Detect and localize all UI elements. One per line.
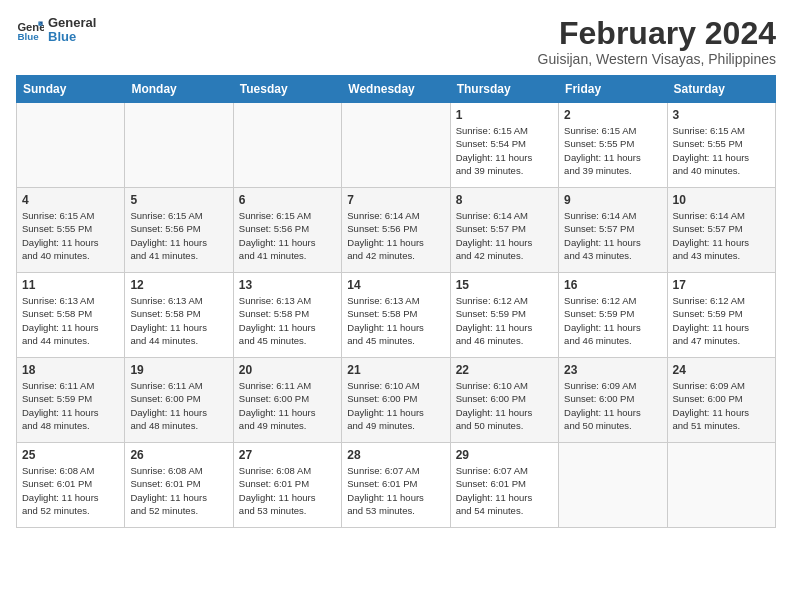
day-number: 6 <box>239 193 336 207</box>
calendar-cell: 15Sunrise: 6:12 AM Sunset: 5:59 PM Dayli… <box>450 273 558 358</box>
day-number: 2 <box>564 108 661 122</box>
logo: General Blue General Blue <box>16 16 96 45</box>
calendar-cell: 17Sunrise: 6:12 AM Sunset: 5:59 PM Dayli… <box>667 273 775 358</box>
calendar-week-row: 11Sunrise: 6:13 AM Sunset: 5:58 PM Dayli… <box>17 273 776 358</box>
day-number: 1 <box>456 108 553 122</box>
calendar-cell: 27Sunrise: 6:08 AM Sunset: 6:01 PM Dayli… <box>233 443 341 528</box>
calendar-cell: 2Sunrise: 6:15 AM Sunset: 5:55 PM Daylig… <box>559 103 667 188</box>
day-info: Sunrise: 6:13 AM Sunset: 5:58 PM Dayligh… <box>347 294 444 347</box>
day-number: 25 <box>22 448 119 462</box>
page-header: General Blue General Blue February 2024 … <box>16 16 776 67</box>
day-info: Sunrise: 6:15 AM Sunset: 5:55 PM Dayligh… <box>673 124 770 177</box>
day-info: Sunrise: 6:12 AM Sunset: 5:59 PM Dayligh… <box>456 294 553 347</box>
calendar-cell: 26Sunrise: 6:08 AM Sunset: 6:01 PM Dayli… <box>125 443 233 528</box>
day-number: 11 <box>22 278 119 292</box>
day-info: Sunrise: 6:13 AM Sunset: 5:58 PM Dayligh… <box>130 294 227 347</box>
day-info: Sunrise: 6:14 AM Sunset: 5:57 PM Dayligh… <box>564 209 661 262</box>
calendar-cell: 8Sunrise: 6:14 AM Sunset: 5:57 PM Daylig… <box>450 188 558 273</box>
day-number: 12 <box>130 278 227 292</box>
day-info: Sunrise: 6:12 AM Sunset: 5:59 PM Dayligh… <box>673 294 770 347</box>
calendar-header-row: SundayMondayTuesdayWednesdayThursdayFrid… <box>17 76 776 103</box>
day-number: 13 <box>239 278 336 292</box>
svg-text:Blue: Blue <box>17 31 39 42</box>
page-subtitle: Guisijan, Western Visayas, Philippines <box>538 51 776 67</box>
day-info: Sunrise: 6:14 AM Sunset: 5:57 PM Dayligh… <box>456 209 553 262</box>
day-info: Sunrise: 6:11 AM Sunset: 6:00 PM Dayligh… <box>239 379 336 432</box>
day-header-sunday: Sunday <box>17 76 125 103</box>
calendar-cell: 19Sunrise: 6:11 AM Sunset: 6:00 PM Dayli… <box>125 358 233 443</box>
day-number: 8 <box>456 193 553 207</box>
calendar-cell: 11Sunrise: 6:13 AM Sunset: 5:58 PM Dayli… <box>17 273 125 358</box>
day-info: Sunrise: 6:13 AM Sunset: 5:58 PM Dayligh… <box>22 294 119 347</box>
calendar-cell: 29Sunrise: 6:07 AM Sunset: 6:01 PM Dayli… <box>450 443 558 528</box>
calendar-week-row: 4Sunrise: 6:15 AM Sunset: 5:55 PM Daylig… <box>17 188 776 273</box>
calendar-table: SundayMondayTuesdayWednesdayThursdayFrid… <box>16 75 776 528</box>
calendar-cell: 6Sunrise: 6:15 AM Sunset: 5:56 PM Daylig… <box>233 188 341 273</box>
day-number: 27 <box>239 448 336 462</box>
day-info: Sunrise: 6:08 AM Sunset: 6:01 PM Dayligh… <box>130 464 227 517</box>
day-number: 22 <box>456 363 553 377</box>
calendar-cell: 24Sunrise: 6:09 AM Sunset: 6:00 PM Dayli… <box>667 358 775 443</box>
calendar-cell: 14Sunrise: 6:13 AM Sunset: 5:58 PM Dayli… <box>342 273 450 358</box>
calendar-cell: 21Sunrise: 6:10 AM Sunset: 6:00 PM Dayli… <box>342 358 450 443</box>
calendar-cell: 16Sunrise: 6:12 AM Sunset: 5:59 PM Dayli… <box>559 273 667 358</box>
day-info: Sunrise: 6:09 AM Sunset: 6:00 PM Dayligh… <box>564 379 661 432</box>
day-number: 29 <box>456 448 553 462</box>
calendar-cell: 7Sunrise: 6:14 AM Sunset: 5:56 PM Daylig… <box>342 188 450 273</box>
calendar-cell <box>17 103 125 188</box>
day-info: Sunrise: 6:07 AM Sunset: 6:01 PM Dayligh… <box>456 464 553 517</box>
day-number: 17 <box>673 278 770 292</box>
day-number: 7 <box>347 193 444 207</box>
calendar-cell: 18Sunrise: 6:11 AM Sunset: 5:59 PM Dayli… <box>17 358 125 443</box>
day-number: 18 <box>22 363 119 377</box>
day-info: Sunrise: 6:11 AM Sunset: 5:59 PM Dayligh… <box>22 379 119 432</box>
day-info: Sunrise: 6:14 AM Sunset: 5:57 PM Dayligh… <box>673 209 770 262</box>
calendar-cell: 12Sunrise: 6:13 AM Sunset: 5:58 PM Dayli… <box>125 273 233 358</box>
day-number: 10 <box>673 193 770 207</box>
day-number: 3 <box>673 108 770 122</box>
calendar-cell <box>233 103 341 188</box>
day-info: Sunrise: 6:11 AM Sunset: 6:00 PM Dayligh… <box>130 379 227 432</box>
calendar-body: 1Sunrise: 6:15 AM Sunset: 5:54 PM Daylig… <box>17 103 776 528</box>
day-info: Sunrise: 6:07 AM Sunset: 6:01 PM Dayligh… <box>347 464 444 517</box>
day-number: 23 <box>564 363 661 377</box>
day-info: Sunrise: 6:15 AM Sunset: 5:56 PM Dayligh… <box>130 209 227 262</box>
day-number: 4 <box>22 193 119 207</box>
day-number: 26 <box>130 448 227 462</box>
calendar-week-row: 25Sunrise: 6:08 AM Sunset: 6:01 PM Dayli… <box>17 443 776 528</box>
day-header-thursday: Thursday <box>450 76 558 103</box>
calendar-cell: 20Sunrise: 6:11 AM Sunset: 6:00 PM Dayli… <box>233 358 341 443</box>
calendar-cell: 3Sunrise: 6:15 AM Sunset: 5:55 PM Daylig… <box>667 103 775 188</box>
day-info: Sunrise: 6:08 AM Sunset: 6:01 PM Dayligh… <box>239 464 336 517</box>
day-info: Sunrise: 6:15 AM Sunset: 5:55 PM Dayligh… <box>564 124 661 177</box>
calendar-cell: 28Sunrise: 6:07 AM Sunset: 6:01 PM Dayli… <box>342 443 450 528</box>
day-info: Sunrise: 6:14 AM Sunset: 5:56 PM Dayligh… <box>347 209 444 262</box>
calendar-cell <box>667 443 775 528</box>
calendar-cell: 5Sunrise: 6:15 AM Sunset: 5:56 PM Daylig… <box>125 188 233 273</box>
calendar-cell <box>559 443 667 528</box>
day-header-wednesday: Wednesday <box>342 76 450 103</box>
day-number: 16 <box>564 278 661 292</box>
day-number: 21 <box>347 363 444 377</box>
day-header-monday: Monday <box>125 76 233 103</box>
day-number: 19 <box>130 363 227 377</box>
calendar-week-row: 18Sunrise: 6:11 AM Sunset: 5:59 PM Dayli… <box>17 358 776 443</box>
day-info: Sunrise: 6:13 AM Sunset: 5:58 PM Dayligh… <box>239 294 336 347</box>
day-info: Sunrise: 6:10 AM Sunset: 6:00 PM Dayligh… <box>347 379 444 432</box>
calendar-cell: 10Sunrise: 6:14 AM Sunset: 5:57 PM Dayli… <box>667 188 775 273</box>
calendar-cell <box>125 103 233 188</box>
day-header-tuesday: Tuesday <box>233 76 341 103</box>
page-title: February 2024 <box>538 16 776 51</box>
day-info: Sunrise: 6:15 AM Sunset: 5:54 PM Dayligh… <box>456 124 553 177</box>
calendar-cell: 22Sunrise: 6:10 AM Sunset: 6:00 PM Dayli… <box>450 358 558 443</box>
day-info: Sunrise: 6:10 AM Sunset: 6:00 PM Dayligh… <box>456 379 553 432</box>
logo-icon: General Blue <box>16 16 44 44</box>
day-header-saturday: Saturday <box>667 76 775 103</box>
day-info: Sunrise: 6:15 AM Sunset: 5:55 PM Dayligh… <box>22 209 119 262</box>
day-header-friday: Friday <box>559 76 667 103</box>
day-number: 5 <box>130 193 227 207</box>
calendar-cell: 13Sunrise: 6:13 AM Sunset: 5:58 PM Dayli… <box>233 273 341 358</box>
day-info: Sunrise: 6:08 AM Sunset: 6:01 PM Dayligh… <box>22 464 119 517</box>
logo-text-blue: Blue <box>48 30 96 44</box>
day-info: Sunrise: 6:15 AM Sunset: 5:56 PM Dayligh… <box>239 209 336 262</box>
